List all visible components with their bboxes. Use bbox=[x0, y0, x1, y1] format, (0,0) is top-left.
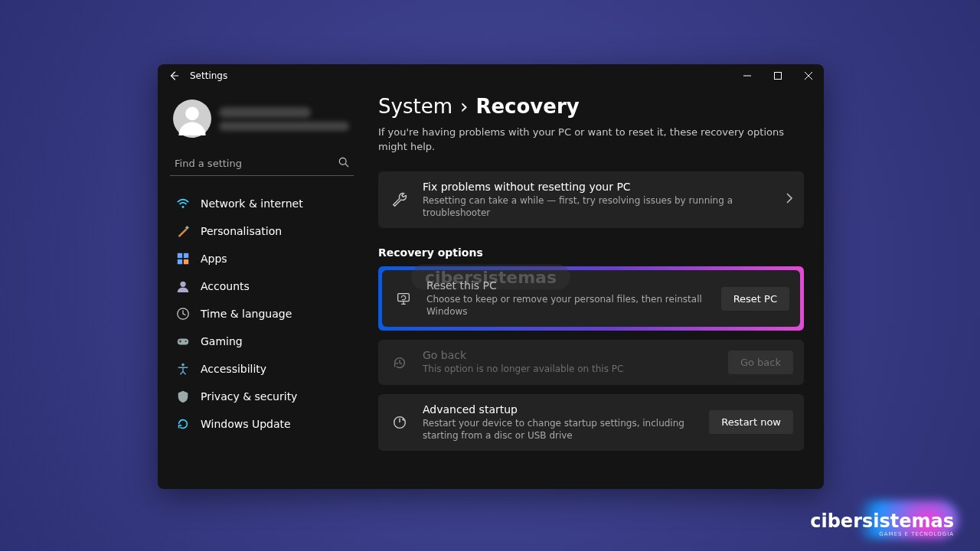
sidebar-item-time-language[interactable]: Time & language bbox=[170, 300, 354, 328]
gamepad-icon bbox=[176, 334, 190, 348]
svg-rect-10 bbox=[184, 253, 188, 258]
sidebar-item-privacy-security[interactable]: Privacy & security bbox=[170, 383, 354, 410]
sidebar-item-network[interactable]: Network & internet bbox=[170, 190, 354, 217]
user-profile[interactable] bbox=[170, 95, 354, 145]
card-title: Reset this PC bbox=[426, 279, 709, 292]
wifi-icon bbox=[176, 197, 190, 210]
card-desc: Restart your device to change startup se… bbox=[423, 417, 697, 442]
sidebar-item-gaming[interactable]: Gaming bbox=[170, 328, 354, 355]
apps-icon bbox=[176, 252, 190, 266]
nav-label: Accounts bbox=[201, 280, 250, 292]
nav-label: Privacy & security bbox=[201, 390, 297, 403]
clock-icon bbox=[176, 307, 190, 321]
titlebar: Settings bbox=[158, 64, 824, 87]
reset-pc-icon bbox=[393, 290, 414, 307]
sidebar-item-accounts[interactable]: Accounts bbox=[170, 272, 354, 300]
titlebar-title: Settings bbox=[190, 70, 227, 81]
brush-icon bbox=[176, 224, 190, 238]
nav-label: Time & language bbox=[201, 308, 292, 320]
nav-label: Windows Update bbox=[201, 418, 291, 430]
user-email-redacted bbox=[219, 122, 349, 131]
person-icon bbox=[176, 279, 190, 293]
search-icon bbox=[338, 157, 349, 170]
avatar-icon bbox=[173, 99, 211, 138]
svg-rect-9 bbox=[178, 253, 182, 258]
svg-point-13 bbox=[180, 282, 185, 287]
minimize-button[interactable] bbox=[732, 64, 763, 87]
search-input[interactable]: Find a setting bbox=[170, 152, 354, 176]
go-back-button: Go back bbox=[728, 350, 793, 374]
nav-list: Network & internet Personalisation Apps … bbox=[170, 190, 354, 438]
settings-window: Settings Find a setting bbox=[158, 64, 824, 489]
card-desc: Choose to keep or remove your personal f… bbox=[426, 293, 709, 318]
restart-now-button[interactable]: Restart now bbox=[709, 410, 793, 434]
user-name-redacted bbox=[219, 107, 311, 118]
card-title: Go back bbox=[423, 349, 716, 361]
wrench-icon bbox=[389, 191, 410, 208]
card-go-back: Go back This option is no longer availab… bbox=[378, 340, 804, 384]
card-desc: This option is no longer available on th… bbox=[423, 363, 716, 375]
breadcrumb-current: Recovery bbox=[475, 95, 579, 118]
card-advanced-startup: Advanced startup Restart your device to … bbox=[378, 394, 804, 451]
sidebar: Find a setting Network & internet Person… bbox=[158, 87, 366, 489]
sidebar-item-apps[interactable]: Apps bbox=[170, 245, 354, 272]
chevron-right-icon bbox=[786, 193, 793, 206]
reset-pc-button[interactable]: Reset PC bbox=[721, 287, 789, 311]
logo-name: cibersistemas bbox=[810, 512, 954, 530]
card-title: Fix problems without resetting your PC bbox=[423, 181, 773, 193]
logo-tagline: GAMES E TECNOLOGIA bbox=[879, 532, 954, 537]
svg-point-7 bbox=[182, 206, 185, 208]
svg-line-6 bbox=[345, 164, 348, 167]
search-placeholder: Find a setting bbox=[175, 158, 242, 169]
close-button[interactable] bbox=[793, 64, 824, 87]
maximize-button[interactable] bbox=[763, 64, 793, 87]
shield-icon bbox=[176, 390, 190, 403]
back-arrow-icon[interactable] bbox=[168, 70, 179, 81]
content-area: System › Recovery If you're having probl… bbox=[366, 87, 824, 489]
card-reset-pc: Reset this PC Choose to keep or remove y… bbox=[382, 270, 800, 327]
svg-rect-1 bbox=[775, 73, 782, 80]
nav-label: Accessibility bbox=[201, 363, 266, 375]
sidebar-item-windows-update[interactable]: Windows Update bbox=[170, 410, 354, 438]
accessibility-icon bbox=[176, 362, 190, 376]
nav-label: Apps bbox=[201, 253, 227, 265]
breadcrumb-chevron-icon: › bbox=[460, 95, 468, 118]
svg-point-17 bbox=[181, 364, 185, 367]
power-restart-icon bbox=[389, 414, 410, 431]
svg-rect-11 bbox=[178, 259, 182, 264]
card-title: Advanced startup bbox=[423, 403, 697, 416]
intro-text: If you're having problems with your PC o… bbox=[378, 126, 792, 155]
svg-point-5 bbox=[339, 158, 346, 165]
breadcrumb: System › Recovery bbox=[378, 95, 804, 118]
history-icon bbox=[389, 354, 410, 371]
nav-label: Network & internet bbox=[201, 197, 303, 210]
sidebar-item-personalisation[interactable]: Personalisation bbox=[170, 217, 354, 245]
brand-logo: cibersistemas GAMES E TECNOLOGIA bbox=[810, 512, 954, 537]
highlight-frame: Reset this PC Choose to keep or remove y… bbox=[378, 266, 804, 331]
section-heading: Recovery options bbox=[378, 246, 804, 259]
sidebar-item-accessibility[interactable]: Accessibility bbox=[170, 355, 354, 383]
breadcrumb-parent[interactable]: System bbox=[378, 95, 452, 118]
nav-label: Gaming bbox=[201, 335, 243, 347]
update-icon bbox=[176, 417, 190, 431]
svg-point-4 bbox=[185, 107, 199, 121]
nav-label: Personalisation bbox=[201, 225, 282, 237]
svg-rect-12 bbox=[184, 259, 188, 264]
card-desc: Resetting can take a while — first, try … bbox=[423, 194, 773, 219]
svg-point-16 bbox=[185, 341, 187, 342]
card-fix-problems[interactable]: Fix problems without resetting your PC R… bbox=[378, 171, 804, 228]
